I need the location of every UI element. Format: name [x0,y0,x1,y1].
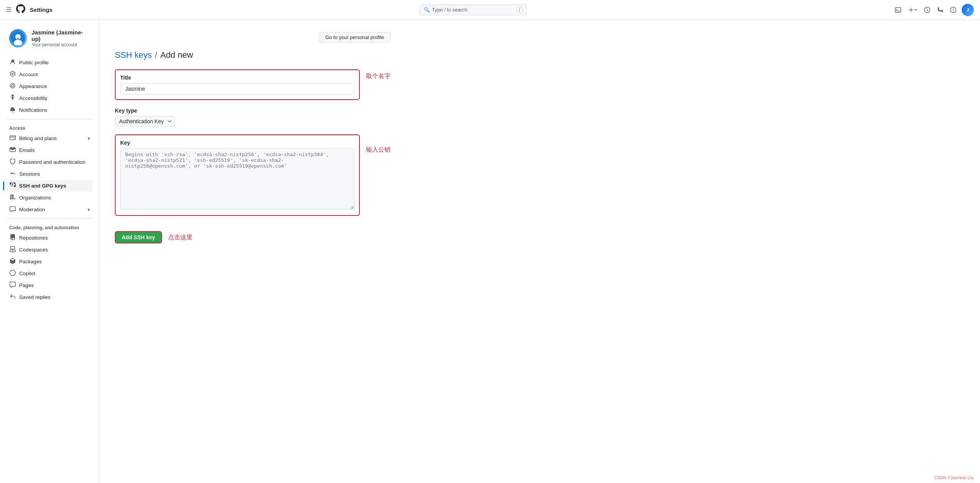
sidebar-item-label: Account [19,72,38,77]
watermark: CSDN ©Jasmine-Lily [934,475,974,480]
topnav: ☰ Settings 🔍 Type / to search / [0,0,980,20]
title-annotation: 取个名字 [366,69,390,80]
settings-title: Settings [30,7,52,13]
sidebar-item-label: Accessibility [19,95,47,101]
key-label: Key [120,140,354,146]
key-annotation: 输入公钥 [366,134,390,154]
sidebar-item-label: Codespaces [19,247,48,253]
sidebar-item-label: SSH and GPG keys [19,183,66,189]
sidebar-item-ssh-gpg[interactable]: SSH and GPG keys [6,180,93,192]
sidebar: Jasmine (Jasmine-up) Your personal accou… [0,20,100,483]
personal-profile-button[interactable]: Go to your personal profile [319,32,390,42]
title-label: Title [120,75,354,81]
user-avatar [9,29,27,47]
sidebar-item-packages[interactable]: Packages [6,256,93,268]
key-textarea[interactable] [120,148,354,209]
sidebar-item-accessibility[interactable]: Accessibility [6,92,93,104]
sidebar-item-public-profile[interactable]: Public profile [6,57,93,69]
add-ssh-button[interactable]: Add SSH key [115,231,162,243]
chevron-down-icon: ▾ [88,136,90,141]
user-name: Jasmine (Jasmine-up) [31,29,90,42]
codespaces-icon [9,246,16,253]
sidebar-item-codespaces[interactable]: Codespaces [6,244,93,256]
key-type-select[interactable]: Authentication Key Signing Key [115,116,175,127]
sidebar-item-label: Copilot [19,271,35,276]
person-icon [9,59,16,66]
search-box[interactable]: 🔍 Type / to search / [420,5,527,15]
avatar[interactable]: J [962,4,974,16]
hamburger-icon[interactable]: ☰ [6,6,11,13]
search-placeholder: Type / to search [432,7,468,13]
chevron-down-icon: ▾ [88,207,90,212]
key-annotation-row: Key 输入公钥 [115,134,390,224]
access-group-label: Access [6,122,93,132]
key-icon [9,182,16,189]
bell-icon [9,106,16,114]
sidebar-item-billing[interactable]: Billing and plans ▾ [6,132,93,144]
add-ssh-hint-text: 点击这里 [168,233,193,242]
repo-icon [9,234,16,242]
package-icon [9,258,16,265]
pullrequest-icon[interactable] [936,5,945,15]
search-icon: 🔍 [424,7,430,13]
code-group-label: Code, planning, and automation [6,222,93,232]
key-type-group: Key type Authentication Key Signing Key [115,108,390,127]
organization-icon [9,194,16,201]
reply-icon [9,294,16,301]
key-type-label: Key type [115,108,390,114]
key-hint-text: 输入公钥 [366,146,390,154]
gear-icon [9,71,16,78]
shield-icon [9,158,16,166]
billing-icon [9,135,16,142]
accessibility-icon [9,95,16,102]
clock-icon[interactable] [923,5,932,15]
title-group: Title [115,69,360,100]
sidebar-item-label: Moderation [19,207,45,212]
sidebar-item-label: Saved replies [19,294,51,300]
sidebar-item-label: Organizations [19,195,51,201]
comment-icon [9,206,16,213]
svg-point-3 [17,38,19,39]
breadcrumb-ssh-keys-link[interactable]: SSH keys [115,50,152,60]
search-shortcut: / [517,7,523,13]
sidebar-item-label: Repositories [19,235,48,241]
sidebar-item-label: Public profile [19,60,49,65]
personal-profile-area: Go to your personal profile [115,32,390,42]
inbox-icon[interactable] [949,5,958,15]
sidebar-item-account[interactable]: Account [6,69,93,80]
sidebar-item-saved-replies[interactable]: Saved replies [6,291,93,303]
sidebar-item-emails[interactable]: Emails [6,144,93,156]
title-input[interactable] [120,83,354,95]
sidebar-code-group: Code, planning, and automation Repositor… [6,222,93,303]
sidebar-item-label: Password and authentication [19,159,85,165]
sidebar-item-label: Pages [19,282,34,288]
layout: Jasmine (Jasmine-up) Your personal accou… [0,20,980,483]
copilot-icon [9,270,16,277]
terminal-icon[interactable] [893,5,903,15]
ssh-key-form: Title 取个名字 Key type Authentication Key S… [115,69,390,243]
sidebar-item-organizations[interactable]: Organizations [6,192,93,204]
add-ssh-row: Add SSH key 点击这里 [115,231,390,243]
key-group: Key [115,134,360,216]
sidebar-item-appearance[interactable]: Appearance [6,80,93,92]
sidebar-item-label: Billing and plans [19,135,57,141]
title-annotation-row: Title 取个名字 [115,69,390,108]
pages-icon [9,282,16,289]
sidebar-item-label: Sessions [19,171,40,177]
sidebar-item-pages[interactable]: Pages [6,279,93,291]
plus-icon[interactable] [906,5,919,15]
breadcrumb-separator: / [155,50,157,60]
breadcrumb: SSH keys / Add new [115,50,429,60]
user-subtitle: Your personal account [31,42,90,47]
sidebar-item-label: Packages [19,259,42,264]
sidebar-item-moderation[interactable]: Moderation ▾ [6,204,93,215]
paint-icon [9,83,16,90]
github-logo [16,4,25,16]
sidebar-access-group: Access Billing and plans ▾ Emails Passwo… [6,122,93,215]
sidebar-item-copilot[interactable]: Copilot [6,268,93,279]
sidebar-item-repositories[interactable]: Repositories [6,232,93,244]
sidebar-item-notifications[interactable]: Notifications [6,104,93,116]
sidebar-item-password[interactable]: Password and authentication [6,156,93,168]
sidebar-item-sessions[interactable]: Sessions [6,168,93,180]
title-hint-text: 取个名字 [366,72,390,80]
